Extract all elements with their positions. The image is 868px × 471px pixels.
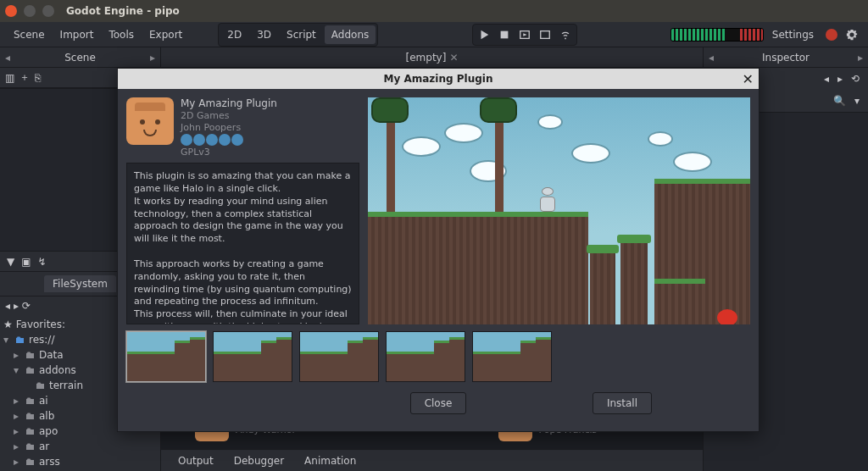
folder-icon: 🖿 <box>25 425 36 437</box>
rating-dot-icon <box>193 134 205 146</box>
scene-tabs: [empty] ✕ <box>161 47 703 68</box>
dock-move-left-icon[interactable]: ◂ <box>5 52 10 64</box>
plugin-robot-icon <box>126 97 174 145</box>
update-spinner <box>670 28 764 42</box>
screenshot-thumbnails <box>126 331 750 382</box>
add-node-icon[interactable]: ＋ <box>19 70 30 85</box>
play-icon[interactable] <box>475 26 493 43</box>
gear-icon[interactable] <box>843 26 861 43</box>
object-menu-icon[interactable]: ▾ <box>854 95 860 107</box>
dock-move-right-icon[interactable]: ▸ <box>150 52 155 64</box>
stop-icon[interactable] <box>495 26 514 43</box>
thumbnail[interactable] <box>386 331 465 382</box>
menu-export[interactable]: Export <box>142 25 189 44</box>
play-custom-icon[interactable] <box>536 26 554 43</box>
scene-tab[interactable]: Scene <box>15 52 145 64</box>
window-maximize-icon[interactable] <box>42 5 54 17</box>
thumbnail[interactable] <box>213 331 292 382</box>
attach-script-icon[interactable]: ▼ <box>7 256 14 268</box>
window-minimize-icon[interactable] <box>24 5 36 17</box>
folder-icon: 🖿 <box>25 395 36 407</box>
favorites-label: Favorites: <box>16 319 65 330</box>
fs-item-ar[interactable]: ▸🖿ar <box>3 439 157 454</box>
menu-import[interactable]: Import <box>53 25 101 44</box>
folder-icon: 🖿 <box>25 410 36 422</box>
folder-icon: 🖿 <box>25 364 36 376</box>
dialog-title: My Amazing Plugin <box>384 73 493 85</box>
rating-dot-icon <box>181 134 192 146</box>
folder-icon: 🖿 <box>25 349 36 361</box>
history-back-icon[interactable]: ◂ <box>824 73 829 85</box>
plugin-dialog: My Amazing Plugin ✕ My Amazing Plugin 2D… <box>117 68 760 432</box>
close-tab-icon[interactable]: ✕ <box>449 52 458 64</box>
fs-reload-icon[interactable]: ⟳ <box>22 300 31 312</box>
svg-rect-0 <box>500 30 508 38</box>
workspace-addons[interactable]: Addons <box>325 25 376 44</box>
visibility-icon[interactable]: ↯ <box>38 256 47 268</box>
plugin-description: This plugin is so amazing that you can m… <box>126 163 359 324</box>
settings-button[interactable]: Settings <box>765 25 821 44</box>
enemy-icon <box>717 309 737 324</box>
history-clear-icon[interactable]: ⟲ <box>851 73 860 85</box>
new-node-icon[interactable]: ▥ <box>5 72 14 84</box>
svg-rect-2 <box>540 30 549 38</box>
dialog-close-icon[interactable]: ✕ <box>743 71 754 87</box>
plugin-license: GPLv3 <box>181 147 277 158</box>
fs-back-icon[interactable]: ◂ <box>5 300 10 312</box>
thumbnail[interactable] <box>299 331 379 382</box>
main-menubar: Scene Import Tools Export 2D 3D Script A… <box>0 22 868 47</box>
instance-icon[interactable]: ⎘ <box>35 72 41 84</box>
scene-tab-empty[interactable]: [empty] ✕ <box>399 50 465 65</box>
star-icon: ★ <box>3 319 13 330</box>
folder-icon: 🖿 <box>15 334 25 346</box>
copy-icon[interactable]: ▣ <box>21 256 31 268</box>
workspace-3d[interactable]: 3D <box>250 25 278 44</box>
remote-icon[interactable] <box>556 26 575 43</box>
alert-indicator-icon[interactable] <box>826 29 837 41</box>
tab-animation[interactable]: Animation <box>296 452 364 470</box>
play-scene-icon[interactable] <box>515 26 534 43</box>
thumbnail[interactable] <box>472 331 552 382</box>
plugin-rating <box>181 134 277 146</box>
player-robot-icon <box>537 187 558 213</box>
thumbnail[interactable] <box>126 331 206 382</box>
plugin-category: 2D Games <box>181 110 277 121</box>
menu-tools[interactable]: Tools <box>102 25 141 44</box>
rating-dot-icon <box>219 134 231 146</box>
filesystem-tab[interactable]: FileSystem <box>44 275 116 292</box>
workspace-switcher: 2D 3D Script Addons <box>218 23 378 47</box>
window-title: Godot Engine - pipo <box>66 5 180 17</box>
search-help-icon[interactable]: 🔍 <box>833 95 846 107</box>
install-button[interactable]: Install <box>593 392 652 414</box>
fs-forward-icon[interactable]: ▸ <box>14 300 19 312</box>
folder-icon: 🖿 <box>25 456 36 468</box>
dialog-titlebar[interactable]: My Amazing Plugin ✕ <box>118 69 759 89</box>
playback-controls <box>472 24 577 46</box>
rating-dot-icon <box>206 134 218 146</box>
folder-icon: 🖿 <box>36 380 46 391</box>
workspace-2d[interactable]: 2D <box>220 25 248 44</box>
plugin-author: John Poopers <box>181 122 277 133</box>
dock-move-left-icon[interactable]: ◂ <box>709 52 714 64</box>
history-forward-icon[interactable]: ▸ <box>837 73 843 85</box>
workspace-script[interactable]: Script <box>280 25 323 44</box>
bottom-panel-tabs: Output Debugger Animation <box>161 449 703 471</box>
plugin-preview <box>368 97 750 324</box>
dock-move-right-icon[interactable]: ▸ <box>858 52 863 64</box>
plugin-name: My Amazing Plugin <box>181 97 277 109</box>
close-button[interactable]: Close <box>410 392 467 414</box>
window-close-icon[interactable] <box>5 5 17 17</box>
menu-scene[interactable]: Scene <box>7 25 52 44</box>
rating-dot-icon <box>231 134 243 146</box>
os-titlebar: Godot Engine - pipo <box>0 0 868 22</box>
game-screenshot <box>368 97 750 324</box>
fs-item-arss[interactable]: ▸🖿arss <box>3 454 157 469</box>
inspector-tab[interactable]: Inspector <box>719 52 853 64</box>
folder-icon: 🖿 <box>25 441 36 452</box>
tab-debugger[interactable]: Debugger <box>225 452 292 470</box>
tab-output[interactable]: Output <box>170 452 222 470</box>
